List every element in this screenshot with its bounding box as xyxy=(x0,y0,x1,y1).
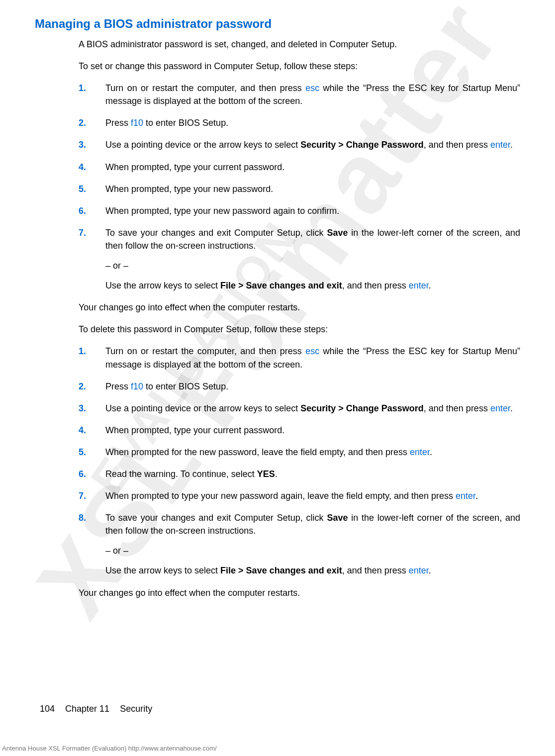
bold-yes: YES xyxy=(257,469,275,479)
key-enter: enter xyxy=(409,281,429,290)
bold-save: Save xyxy=(327,513,348,523)
step-text: When prompted for the new password, leav… xyxy=(105,447,432,457)
step-number: 2. xyxy=(79,380,86,393)
step-text: To save your changes and exit Computer S… xyxy=(105,228,520,251)
delete-password-steps: 1. Turn on or restart the computer, and … xyxy=(79,345,520,577)
step-text: When prompted, type your current passwor… xyxy=(105,425,284,435)
after-delete-paragraph: Your changes go into effect when the com… xyxy=(79,586,520,599)
step-text: Turn on or restart the computer, and the… xyxy=(105,346,520,369)
step-number: 3. xyxy=(79,402,86,415)
step-text: Press f10 to enter BIOS Setup. xyxy=(105,381,228,391)
intro-paragraph-1: A BIOS administrator password is set, ch… xyxy=(79,38,520,51)
after-set-paragraph: Your changes go into effect when the com… xyxy=(79,301,520,314)
step-item: 3. Use a pointing device or the arrow ke… xyxy=(79,138,520,151)
step-number: 6. xyxy=(79,204,86,217)
step-text: When prompted, type your new password ag… xyxy=(105,206,339,216)
step-text: When prompted to type your new password … xyxy=(105,491,478,501)
step-text: Use a pointing device or the arrow keys … xyxy=(105,403,513,413)
bold-save: Save xyxy=(327,228,348,238)
step-number: 4. xyxy=(79,161,86,174)
step-item: 3. Use a pointing device or the arrow ke… xyxy=(79,402,520,415)
step-number: 5. xyxy=(79,183,86,195)
step-text: When prompted, type your new password. xyxy=(105,184,273,194)
step-text: Read the warning. To continue, select YE… xyxy=(105,469,278,479)
step-item: 7. To save your changes and exit Compute… xyxy=(79,226,520,292)
key-enter: enter xyxy=(490,403,510,413)
step-item: 8. To save your changes and exit Compute… xyxy=(79,511,520,577)
intro-paragraph-2: To set or change this password in Comput… xyxy=(79,60,520,73)
step-item: 6. When prompted, type your new password… xyxy=(79,204,520,217)
bold-menu-path: Security > Change Password xyxy=(300,403,424,413)
bold-menu-path: File > Save changes and exit xyxy=(220,281,342,290)
bold-menu-path: File > Save changes and exit xyxy=(220,566,342,575)
step-alternative-or: – or – xyxy=(105,259,520,272)
delete-intro-paragraph: To delete this password in Computer Setu… xyxy=(79,323,520,336)
key-enter: enter xyxy=(410,447,430,457)
step-number: 7. xyxy=(79,226,86,239)
body-text: A BIOS administrator password is set, ch… xyxy=(79,38,520,599)
step-item: 4. When prompted, type your current pass… xyxy=(79,161,520,174)
step-text: When prompted, type your current passwor… xyxy=(105,162,284,172)
step-alternative: Use the arrow keys to select File > Save… xyxy=(105,279,520,292)
step-item: 2. Press f10 to enter BIOS Setup. xyxy=(79,116,520,129)
page-number: 104 xyxy=(40,704,55,714)
step-number: 1. xyxy=(79,345,86,358)
key-f10: f10 xyxy=(131,118,143,128)
step-alternative: Use the arrow keys to select File > Save… xyxy=(105,564,520,577)
step-number: 6. xyxy=(79,468,86,480)
page-content: Managing a BIOS administrator password A… xyxy=(0,0,555,608)
chapter-title: Security xyxy=(120,704,152,714)
step-number: 2. xyxy=(79,116,86,129)
chapter-label: Chapter 11 xyxy=(65,704,109,714)
step-item: 2. Press f10 to enter BIOS Setup. xyxy=(79,380,520,393)
step-item: 5. When prompted for the new password, l… xyxy=(79,446,520,459)
step-item: 6. Read the warning. To continue, select… xyxy=(79,468,520,480)
step-number: 1. xyxy=(79,82,86,94)
step-item: 5. When prompted, type your new password… xyxy=(79,183,520,195)
step-item: 1. Turn on or restart the computer, and … xyxy=(79,82,520,107)
step-text: To save your changes and exit Computer S… xyxy=(105,513,520,536)
key-enter: enter xyxy=(490,140,510,150)
step-number: 5. xyxy=(79,446,86,459)
evaluation-footer: Antenna House XSL Formatter (Evaluation)… xyxy=(2,745,217,752)
step-item: 4. When prompted, type your current pass… xyxy=(79,424,520,437)
step-number: 8. xyxy=(79,511,86,524)
step-text: Turn on or restart the computer, and the… xyxy=(105,83,520,106)
bold-menu-path: Security > Change Password xyxy=(300,140,424,150)
step-item: 7. When prompted to type your new passwo… xyxy=(79,489,520,502)
document-page: XSL Formatter EVALUATION Managing a BIOS… xyxy=(0,0,555,756)
key-enter: enter xyxy=(456,491,475,501)
step-text: Use a pointing device or the arrow keys … xyxy=(105,140,513,150)
step-text: Press f10 to enter BIOS Setup. xyxy=(105,118,228,128)
set-password-steps: 1. Turn on or restart the computer, and … xyxy=(79,82,520,292)
step-alternative-or: – or – xyxy=(105,544,520,557)
step-number: 4. xyxy=(79,424,86,437)
key-esc: esc xyxy=(305,83,319,93)
section-heading: Managing a BIOS administrator password xyxy=(35,17,520,31)
step-number: 3. xyxy=(79,138,86,151)
page-footer: 104 Chapter 11 Security xyxy=(40,704,152,714)
key-esc: esc xyxy=(305,346,319,356)
step-item: 1. Turn on or restart the computer, and … xyxy=(79,345,520,371)
key-enter: enter xyxy=(409,566,429,575)
step-number: 7. xyxy=(79,489,86,502)
key-f10: f10 xyxy=(131,381,143,391)
